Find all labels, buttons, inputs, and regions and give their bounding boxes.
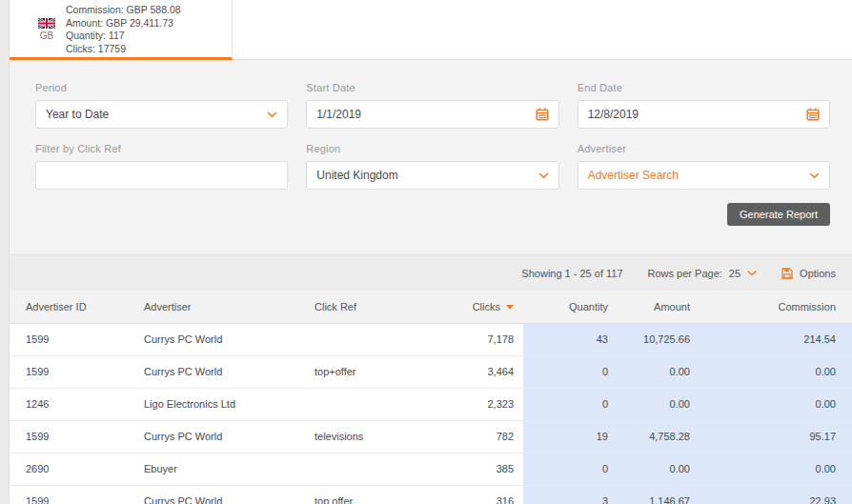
table-cell: 385 [422, 453, 523, 485]
report-page: GB Commission: GBP 588.08 Amount: GBP 29… [0, 0, 852, 504]
sidebar-edge [0, 0, 10, 504]
field-period: Period Year to Date [35, 82, 288, 129]
region-value: United Kingdom [316, 169, 397, 182]
column-header-click-ref[interactable]: Click Ref [305, 291, 422, 323]
period-value: Year to Date [46, 108, 109, 121]
country-indicator: GB [38, 18, 55, 41]
country-code-label: GB [40, 30, 53, 41]
column-header-commission[interactable]: Commission [700, 291, 852, 323]
period-select[interactable]: Year to Date [35, 100, 288, 129]
summary-tab-bar: GB Commission: GBP 588.08 Amount: GBP 29… [10, 0, 852, 60]
table-cell: 2,323 [422, 388, 523, 420]
table-cell: Ebuyer [134, 453, 305, 485]
table-cell: 316 [422, 485, 523, 504]
column-header-advertiser-id[interactable]: Advertiser ID [10, 291, 134, 323]
table-cell: Currys PC World [134, 355, 305, 388]
table-cell: top+offer [305, 355, 422, 388]
table-cell: 0.00 [618, 388, 700, 420]
gb-flag-icon [38, 18, 55, 29]
table-cell: Currys PC World [134, 420, 305, 453]
field-end-date: End Date [578, 82, 830, 129]
field-start-date: Start Date [306, 82, 558, 129]
results-table-wrap: Advertiser ID Advertiser Click Ref Click… [10, 291, 852, 504]
generate-report-button[interactable]: Generate Report [727, 203, 830, 226]
table-cell: 19 [523, 420, 618, 453]
table-cell: top offer [305, 485, 422, 504]
table-cell: 0.00 [700, 453, 852, 485]
table-cell: 214.54 [700, 323, 852, 355]
table-cell: 4,758.28 [618, 420, 700, 453]
region-label: Region [306, 143, 558, 154]
summary-stats: Commission: GBP 588.08 Amount: GBP 29,41… [66, 4, 181, 55]
results-table: Advertiser ID Advertiser Click Ref Click… [10, 291, 852, 504]
summary-clicks: Clicks: 17759 [66, 43, 181, 56]
table-cell: 10,725.66 [618, 323, 700, 355]
table-cell: Currys PC World [134, 485, 305, 504]
end-date-control [578, 100, 830, 129]
click-ref-label: Filter by Click Ref [35, 143, 288, 154]
table-cell: 0.00 [618, 355, 700, 388]
table-cell: 1246 [10, 388, 134, 420]
rows-per-page-label: Rows per Page: [648, 268, 722, 279]
end-date-input[interactable] [588, 108, 806, 121]
table-cell: 1599 [10, 323, 134, 355]
options-label: Options [800, 268, 836, 279]
advertiser-label: Advertiser [578, 143, 830, 154]
calendar-icon[interactable] [806, 108, 820, 121]
showing-count-label: Showing 1 - 25 of 117 [521, 268, 622, 279]
start-date-control [306, 100, 558, 129]
table-cell: 0 [523, 355, 618, 388]
column-header-quantity[interactable]: Quantity [523, 291, 618, 323]
table-cell [305, 453, 422, 485]
table-cell: 1599 [10, 485, 134, 504]
table-cell: 95.17 [700, 420, 852, 453]
table-row: 1599Currys PC Worldtop+offer3,46400.000.… [10, 355, 852, 388]
table-cell: 0 [523, 388, 618, 420]
field-advertiser: Advertiser Advertiser Search [578, 143, 830, 190]
main-content: GB Commission: GBP 588.08 Amount: GBP 29… [10, 0, 852, 504]
chevron-down-icon [809, 172, 820, 179]
table-cell: 1,146.67 [618, 485, 700, 504]
table-cell: 1599 [10, 420, 134, 453]
advertiser-value: Advertiser Search [588, 169, 679, 182]
table-row: 1246Ligo Electronics Ltd2,32300.000.00 [10, 388, 852, 420]
table-toolbar: Showing 1 - 25 of 117 Rows per Page: 25 … [10, 254, 852, 291]
table-cell: televisions [305, 420, 422, 453]
table-cell: 3,464 [422, 355, 523, 388]
filters-panel: Period Year to Date Start Date [10, 60, 852, 254]
table-cell: 0.00 [700, 355, 852, 388]
chevron-down-icon [747, 271, 757, 276]
column-header-advertiser[interactable]: Advertiser [134, 291, 305, 323]
table-row: 1599Currys PC Worldtop offer31631,146.67… [10, 485, 852, 504]
column-header-clicks-sorted[interactable]: Clicks [422, 291, 523, 323]
region-select[interactable]: United Kingdom [306, 161, 558, 190]
table-cell: 782 [422, 420, 523, 453]
table-body: 1599Currys PC World7,1784310,725.66214.5… [10, 323, 852, 504]
period-label: Period [35, 82, 288, 93]
start-date-label: Start Date [306, 82, 558, 93]
options-button[interactable]: Options [781, 268, 836, 279]
table-cell: 22.93 [700, 485, 852, 504]
tab-gb-summary[interactable]: GB Commission: GBP 588.08 Amount: GBP 29… [10, 0, 233, 60]
advertiser-select[interactable]: Advertiser Search [578, 161, 830, 190]
calendar-icon[interactable] [536, 108, 549, 121]
save-icon [781, 268, 793, 279]
chevron-down-icon [538, 172, 549, 179]
click-ref-input[interactable] [46, 169, 277, 182]
end-date-label: End Date [578, 82, 830, 93]
table-header-row: Advertiser ID Advertiser Click Ref Click… [10, 291, 852, 323]
chevron-down-icon [267, 111, 277, 118]
start-date-input[interactable] [316, 108, 535, 121]
table-cell: 43 [523, 323, 618, 355]
click-ref-control [35, 161, 288, 190]
table-cell: 1599 [10, 355, 134, 388]
table-row: 1599Currys PC World7,1784310,725.66214.5… [10, 323, 852, 355]
column-header-amount[interactable]: Amount [618, 291, 700, 323]
table-cell: Currys PC World [134, 323, 305, 355]
table-cell: 0.00 [700, 388, 852, 420]
table-row: 2690Ebuyer38500.000.00 [10, 453, 852, 485]
rows-per-page-select[interactable]: Rows per Page: 25 [648, 268, 758, 279]
table-cell: 3 [523, 485, 618, 504]
field-click-ref: Filter by Click Ref [35, 143, 288, 190]
summary-quantity: Quantity: 117 [66, 30, 181, 43]
